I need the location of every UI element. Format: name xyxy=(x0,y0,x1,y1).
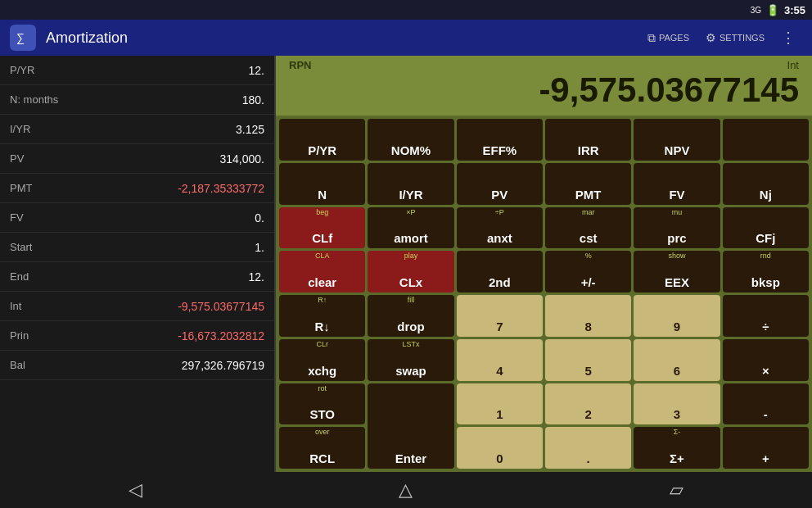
calc-display: RPN Int -9,575.03677145 xyxy=(276,56,812,116)
calc-button-EEX[interactable]: showEEX xyxy=(634,251,720,293)
calc-button-2nd[interactable]: 2nd xyxy=(457,251,543,293)
data-row-value: 1. xyxy=(255,241,264,254)
calc-button-_[interactable]: + xyxy=(723,427,809,469)
calc-button-swap[interactable]: LSTxswap xyxy=(368,339,453,381)
button-top-label: over xyxy=(279,429,365,436)
button-main-label: 9 xyxy=(674,320,680,333)
data-row-label: PMT xyxy=(10,182,32,194)
data-row: Start1. xyxy=(0,233,274,262)
calc-button-Enter[interactable]: Enter xyxy=(368,383,453,469)
calc-button-_[interactable]: - xyxy=(723,383,809,425)
button-main-label: swap xyxy=(395,364,426,378)
home-button[interactable]: △ xyxy=(372,473,439,507)
settings-icon: ⚙ xyxy=(706,31,716,44)
button-top-label: mu xyxy=(634,209,720,216)
calc-button-NOM_[interactable]: NOM% xyxy=(368,119,453,161)
calc-button-2[interactable]: 2 xyxy=(545,383,631,425)
calc-button-6[interactable]: 6 xyxy=(634,339,720,381)
pages-button[interactable]: ⧉ PAGES xyxy=(641,28,696,48)
calc-button-STO[interactable]: rotSTO xyxy=(279,383,365,425)
calc-button-RCL[interactable]: overRCL xyxy=(279,427,365,469)
settings-label: SETTINGS xyxy=(720,33,765,43)
calc-button-N[interactable]: N xyxy=(279,163,365,205)
display-submode: Int xyxy=(787,59,799,71)
calc-button-_[interactable]: . xyxy=(545,427,631,469)
calc-button-0[interactable]: 0 xyxy=(457,427,543,469)
settings-button[interactable]: ⚙ SETTINGS xyxy=(699,28,771,48)
button-top-label: % xyxy=(545,252,631,260)
calc-button-drop[interactable]: filldrop xyxy=(368,295,453,337)
calc-button-prc[interactable]: muprc xyxy=(634,207,720,249)
button-main-label: . xyxy=(587,451,590,465)
calc-button-xchg[interactable]: CLrxchg xyxy=(279,339,365,381)
calc-button-I_YR[interactable]: I/YR xyxy=(368,163,453,205)
calc-button-PV[interactable]: PV xyxy=(457,163,543,205)
calc-button-EFF_[interactable]: EFF% xyxy=(457,119,543,161)
calc-button-R_[interactable]: R↑R↓ xyxy=(279,295,365,337)
calc-button-CLf[interactable]: begCLf xyxy=(279,207,365,249)
data-row-value: 180. xyxy=(242,93,264,107)
button-main-label: EFF% xyxy=(482,143,517,157)
calc-button-NPV[interactable]: NPV xyxy=(634,119,720,161)
calc-button-4[interactable]: 4 xyxy=(457,339,543,381)
calc-button-[interactable] xyxy=(723,119,809,161)
button-main-label: Nj xyxy=(760,188,772,202)
calc-button-bksp[interactable]: rndbksp xyxy=(723,251,809,293)
calc-button-_[interactable]: ÷ xyxy=(723,295,809,337)
data-row-label: I/YR xyxy=(10,123,30,135)
data-row-value: 314,000. xyxy=(220,152,265,166)
calc-button-9[interactable]: 9 xyxy=(634,295,720,337)
button-top-label: rnd xyxy=(723,252,809,260)
calc-button-P_YR[interactable]: P/YR xyxy=(279,119,365,161)
button-top-label: show xyxy=(634,252,720,260)
data-row-label: P/YR xyxy=(10,64,34,76)
button-main-label: 4 xyxy=(496,364,503,378)
status-bar-right: 3G 🔋 3:55 xyxy=(751,4,805,16)
calc-button-anxt[interactable]: ÷Panxt xyxy=(457,207,543,249)
status-time: 3:55 xyxy=(784,4,805,16)
calc-button-5[interactable]: 5 xyxy=(545,339,631,381)
calc-button-3[interactable]: 3 xyxy=(634,383,720,425)
button-main-label: NPV xyxy=(665,143,690,157)
button-main-label: ÷ xyxy=(762,320,769,333)
calc-button-8[interactable]: 8 xyxy=(545,295,631,337)
calc-button-7[interactable]: 7 xyxy=(457,295,543,337)
calc-button-cst[interactable]: marcst xyxy=(545,207,631,249)
svg-text:∑: ∑ xyxy=(16,31,25,44)
data-row-label: FV xyxy=(10,211,24,224)
calc-button-CLx[interactable]: playCLx xyxy=(368,251,453,293)
calc-button-FV[interactable]: FV xyxy=(634,163,720,205)
menu-button[interactable]: ⋮ xyxy=(774,25,802,50)
data-row: Prin-16,673.2032812 xyxy=(0,321,274,351)
display-top: RPN Int xyxy=(289,59,799,71)
button-main-label: PV xyxy=(491,188,508,202)
calc-button-__[interactable]: Σ-Σ+ xyxy=(634,427,720,469)
data-row-label: Prin xyxy=(10,329,29,342)
button-main-label: amort xyxy=(394,231,428,245)
calc-button-clear[interactable]: CLAclear xyxy=(279,251,365,293)
calc-button-IRR[interactable]: IRR xyxy=(545,119,631,161)
calc-button-___[interactable]: %+/- xyxy=(545,251,631,293)
calc-button-Nj[interactable]: Nj xyxy=(723,163,809,205)
button-top-label: Σ- xyxy=(634,429,720,436)
calc-button-_[interactable]: × xyxy=(723,339,809,381)
calc-button-CFj[interactable]: CFj xyxy=(723,207,809,249)
button-main-label: - xyxy=(764,407,768,421)
recent-button[interactable]: ▱ xyxy=(643,473,710,507)
button-main-label: R↓ xyxy=(314,320,329,333)
pages-label: PAGES xyxy=(659,33,689,43)
button-main-label: P/YR xyxy=(308,143,336,157)
data-row-label: PV xyxy=(10,152,24,165)
button-main-label: NOM% xyxy=(391,143,431,157)
data-row-label: Bal xyxy=(10,359,25,371)
calc-button-1[interactable]: 1 xyxy=(457,383,543,425)
left-panel: P/YR12.N: months180.I/YR3.125PV314,000.P… xyxy=(0,56,274,472)
button-top-label: play xyxy=(368,252,453,260)
calc-button-amort[interactable]: ×Pamort xyxy=(368,207,453,249)
button-main-label: PMT xyxy=(575,188,602,202)
button-top-label: LSTx xyxy=(368,341,453,348)
data-row-value: 297,326.796719 xyxy=(182,359,264,372)
back-button[interactable]: ◁ xyxy=(102,473,169,507)
data-row: I/YR3.125 xyxy=(0,115,274,144)
calc-button-PMT[interactable]: PMT xyxy=(545,163,631,205)
